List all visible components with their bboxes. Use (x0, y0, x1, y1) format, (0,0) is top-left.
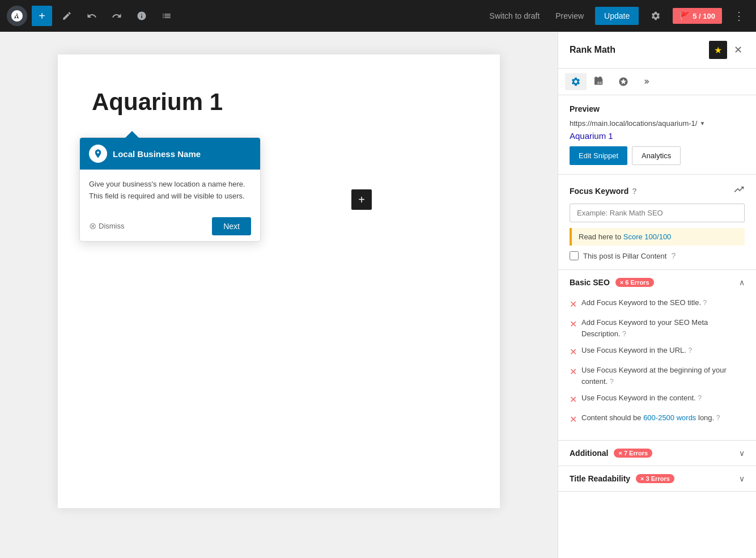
additional-error-badge: × 7 Errors (614, 449, 652, 458)
focus-keyword-section: Focus Keyword ? Read here to Score 100/1… (558, 175, 756, 270)
tooltip-arrow (125, 131, 139, 138)
preview-url-text: https://main.local/locations/aquarium-1/ (570, 119, 697, 128)
error-icon: ✕ (570, 413, 577, 426)
seo-item: ✕ Add Focus Keyword to the SEO title. ? (570, 297, 745, 311)
edit-snippet-button[interactable]: Edit Snippet (570, 146, 627, 165)
seo-item: ✕ Use Focus Keyword in the content. ? (570, 392, 745, 407)
dismiss-icon: ⊗ (89, 221, 96, 231)
tab-schema[interactable] (589, 73, 610, 90)
info-button[interactable] (131, 6, 152, 26)
seo-item-text: Add Focus Keyword to the SEO title. ? (581, 297, 745, 308)
seo-item: ✕ Use Focus Keyword in the URL. ? (570, 345, 745, 359)
pillar-help-icon[interactable]: ? (671, 251, 676, 260)
basic-seo-chevron-icon: ∧ (739, 278, 745, 287)
preview-section: Preview https://main.local/locations/aqu… (558, 95, 756, 175)
pillar-content-checkbox[interactable] (570, 251, 579, 260)
sidebar: Rank Math ★ ✕ Preview (558, 32, 756, 558)
error-icon: ✕ (570, 393, 577, 407)
settings-button[interactable] (645, 6, 666, 26)
post-title[interactable]: Aquarium 1 (92, 88, 466, 116)
help-icon[interactable]: ? (698, 394, 702, 402)
trend-icon[interactable] (733, 184, 745, 198)
seo-item-text: Add Focus Keyword to your SEO Meta Descr… (581, 317, 745, 339)
title-readability-section: Title Readability × 3 Errors ∨ (558, 466, 756, 492)
seo-item-text: Use Focus Keyword at the beginning of yo… (581, 365, 745, 387)
sidebar-header-actions: ★ ✕ (709, 41, 745, 59)
seo-item: ✕ Content should be 600-2500 words long.… (570, 412, 745, 426)
preview-label: Preview (570, 104, 745, 113)
help-icon[interactable]: ? (716, 414, 720, 422)
additional-title: Additional × 7 Errors (570, 449, 652, 458)
error-icon: ✕ (570, 318, 577, 331)
tooltip-body-text: Give your business's new location a name… (89, 179, 251, 202)
focus-keyword-help-icon[interactable]: ? (632, 187, 637, 196)
switch-to-draft-button[interactable]: Switch to draft (485, 9, 545, 23)
additional-chevron-icon: ∨ (739, 449, 745, 458)
more-options-button[interactable]: ⋮ (729, 6, 749, 26)
score-hint: Read here to Score 100/100 (570, 228, 745, 246)
main-layout: Aquarium 1 Local Business Name Give your… (0, 32, 756, 558)
help-icon[interactable]: ? (622, 330, 626, 338)
tab-social[interactable] (613, 73, 634, 90)
add-block-float-button[interactable]: + (351, 189, 372, 210)
edit-button[interactable] (57, 6, 77, 26)
add-block-button[interactable]: + (32, 6, 52, 26)
basic-seo-error-badge: × 6 Errors (615, 278, 654, 287)
seo-item-text: Content should be 600-2500 words long. ? (581, 412, 745, 424)
seo-item: ✕ Use Focus Keyword at the beginning of … (570, 365, 745, 387)
help-icon[interactable]: ? (689, 346, 693, 354)
tooltip-header: Local Business Name (80, 138, 260, 170)
tooltip-header-icon (89, 145, 107, 163)
editor-area: Aquarium 1 Local Business Name Give your… (0, 32, 558, 558)
pillar-content-label: This post is Pillar Content (583, 252, 666, 260)
focus-keyword-input[interactable] (570, 204, 745, 222)
title-readability-header[interactable]: Title Readability × 3 Errors ∨ (558, 466, 756, 491)
error-icon: ✕ (570, 298, 577, 311)
score-flag-icon: 🚩 (679, 11, 689, 20)
preview-button[interactable]: Preview (551, 9, 588, 23)
sidebar-star-button[interactable]: ★ (709, 41, 727, 59)
sidebar-header: Rank Math ★ ✕ (558, 32, 756, 69)
tooltip-popup: Local Business Name Give your business's… (79, 137, 261, 242)
seo-item-text: Use Focus Keyword in the URL. ? (581, 345, 745, 356)
basic-seo-header[interactable]: Basic SEO × 6 Errors ∧ (558, 270, 756, 295)
preview-url: https://main.local/locations/aquarium-1/… (570, 119, 745, 128)
undo-button[interactable] (82, 6, 102, 26)
score-value: 5 / 100 (693, 12, 715, 20)
additional-section: Additional × 7 Errors ∨ (558, 441, 756, 466)
tab-general[interactable] (565, 73, 587, 90)
focus-keyword-label: Focus Keyword ? (570, 187, 637, 196)
focus-keyword-header: Focus Keyword ? (570, 184, 745, 198)
update-button[interactable]: Update (595, 7, 639, 25)
word-count-link[interactable]: 600-2500 words (643, 413, 696, 422)
score-hint-link[interactable]: Score 100/100 (623, 232, 672, 241)
wp-logo[interactable] (7, 6, 27, 26)
dismiss-label: Dismiss (99, 222, 125, 230)
next-button[interactable]: Next (212, 217, 251, 235)
basic-seo-title: Basic SEO × 6 Errors (570, 278, 654, 287)
redo-button[interactable] (107, 6, 127, 26)
seo-item: ✕ Add Focus Keyword to your SEO Meta Des… (570, 317, 745, 339)
score-badge[interactable]: 🚩 5 / 100 (673, 8, 722, 24)
tooltip-title: Local Business Name (113, 149, 201, 159)
title-readability-error-badge: × 3 Errors (636, 474, 674, 483)
analytics-button[interactable]: Analytics (632, 146, 681, 165)
tab-advanced[interactable] (636, 73, 658, 90)
sidebar-close-button[interactable]: ✕ (732, 41, 745, 58)
help-icon[interactable]: ? (610, 378, 614, 386)
title-readability-chevron-icon: ∨ (739, 474, 745, 483)
sidebar-body: Preview https://main.local/locations/aqu… (558, 95, 756, 558)
tooltip-footer: ⊗ Dismiss Next (80, 212, 260, 241)
seo-item-text: Use Focus Keyword in the content. ? (581, 392, 745, 404)
title-readability-title: Title Readability × 3 Errors (570, 474, 674, 483)
error-icon: ✕ (570, 345, 577, 359)
list-view-button[interactable] (156, 6, 177, 26)
editor-content: Aquarium 1 Local Business Name Give your… (58, 54, 500, 508)
dismiss-button[interactable]: ⊗ Dismiss (89, 221, 125, 231)
chevron-down-icon: ▼ (699, 120, 705, 126)
additional-header[interactable]: Additional × 7 Errors ∨ (558, 441, 756, 466)
preview-post-title[interactable]: Aquarium 1 (570, 131, 745, 141)
tooltip-body: Give your business's new location a name… (80, 170, 260, 212)
help-icon[interactable]: ? (703, 299, 707, 307)
pillar-content: This post is Pillar Content ? (570, 251, 745, 260)
